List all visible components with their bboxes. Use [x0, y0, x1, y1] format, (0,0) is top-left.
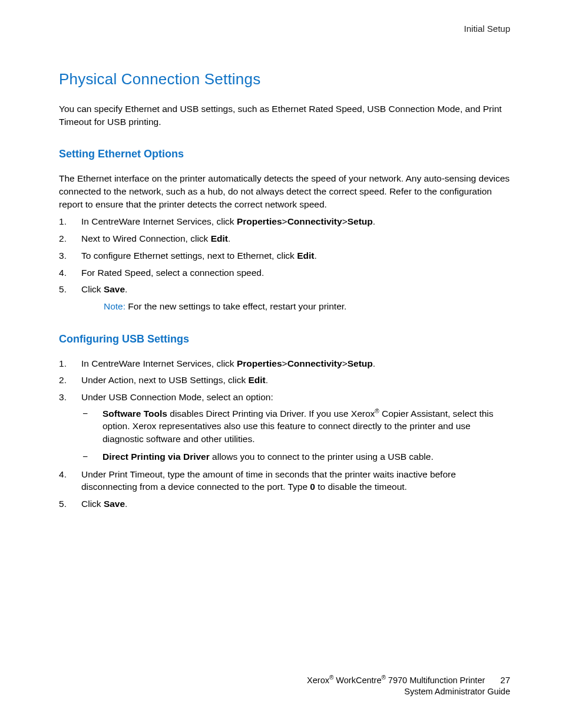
- step-bold: Save: [104, 499, 125, 509]
- page-number: 27: [500, 674, 510, 686]
- list-item: Next to Wired Connection, click Edit.: [59, 232, 510, 245]
- sub-list-item: Direct Printing via Driver allows you to…: [81, 450, 510, 463]
- step-text: .: [125, 284, 127, 294]
- step-text: Under Action, next to USB Settings, clic…: [81, 375, 248, 385]
- list-item: For Rated Speed, select a connection spe…: [59, 266, 510, 279]
- step-text: >: [282, 216, 287, 226]
- step-text: In CentreWare Internet Services, click: [81, 216, 237, 226]
- list-item: Under Print Timeout, type the amount of …: [59, 468, 510, 493]
- step-bold: Connectivity: [287, 358, 342, 368]
- step-bold: Properties: [237, 216, 282, 226]
- list-item: To configure Ethernet settings, next to …: [59, 249, 510, 262]
- step-bold: Setup: [348, 358, 373, 368]
- footer-brand: WorkCentre: [333, 676, 381, 685]
- step-text: Next to Wired Connection, click: [81, 233, 211, 243]
- list-item: In CentreWare Internet Services, click P…: [59, 357, 510, 370]
- step-bold: Connectivity: [287, 216, 342, 226]
- sub-list-item: Software Tools disables Direct Printing …: [81, 407, 510, 446]
- step-text: .: [373, 358, 375, 368]
- step-text: >: [342, 358, 348, 368]
- sub-bold: Software Tools: [103, 409, 167, 419]
- page-title: Physical Connection Settings: [59, 70, 510, 88]
- sub-bold: Direct Printing via Driver: [103, 452, 210, 462]
- list-item: In CentreWare Internet Services, click P…: [59, 215, 510, 228]
- step-text: .: [314, 251, 316, 261]
- note: Note: For the new settings to take effec…: [104, 300, 510, 313]
- breadcrumb: Initial Setup: [59, 24, 510, 34]
- page-footer: Xerox® WorkCentre® 7970 Multifunction Pr…: [307, 674, 510, 697]
- footer-brand: Xerox: [307, 676, 329, 685]
- list-item: Click Save.: [59, 498, 510, 510]
- registered-icon: ®: [381, 674, 385, 681]
- sub-text: allows you to connect to the printer usi…: [210, 452, 434, 462]
- step-text: In CentreWare Internet Services, click: [81, 358, 237, 368]
- step-text: Click: [81, 284, 104, 294]
- step-text: To configure Ethernet settings, next to …: [81, 251, 297, 261]
- step-bold: Properties: [237, 358, 282, 368]
- sub-list: Software Tools disables Direct Printing …: [81, 407, 510, 463]
- step-bold: Setup: [348, 216, 373, 226]
- step-text: >: [282, 358, 287, 368]
- section-para-ethernet: The Ethernet interface on the printer au…: [59, 172, 510, 210]
- step-text: .: [373, 216, 375, 226]
- footer-line1: Xerox® WorkCentre® 7970 Multifunction Pr…: [307, 674, 485, 686]
- list-item: Under USB Connection Mode, select an opt…: [59, 391, 510, 463]
- step-text: .: [228, 233, 230, 243]
- footer-line2: System Administrator Guide: [307, 686, 510, 697]
- step-text: For Rated Speed, select a connection spe…: [81, 268, 264, 278]
- list-item: Under Action, next to USB Settings, clic…: [59, 374, 510, 387]
- note-text: For the new settings to take effect, res…: [125, 301, 346, 311]
- footer-model: 7970 Multifunction Printer: [386, 676, 485, 685]
- step-bold: Save: [104, 284, 125, 294]
- section-heading-ethernet: Setting Ethernet Options: [59, 148, 510, 160]
- step-bold: Edit: [248, 375, 265, 385]
- step-text: >: [342, 216, 348, 226]
- note-label: Note:: [104, 301, 125, 311]
- steps-list-usb: In CentreWare Internet Services, click P…: [59, 357, 510, 510]
- section-heading-usb: Configuring USB Settings: [59, 333, 510, 345]
- step-text: Under USB Connection Mode, select an opt…: [81, 392, 273, 402]
- step-bold: Edit: [297, 251, 314, 261]
- step-bold: Edit: [211, 233, 228, 243]
- sub-text: disables Direct Printing via Driver. If …: [167, 409, 375, 419]
- steps-list-ethernet: In CentreWare Internet Services, click P…: [59, 215, 510, 312]
- step-bold: 0: [310, 482, 315, 492]
- registered-icon: ®: [375, 408, 379, 414]
- step-text: .: [125, 499, 127, 509]
- step-text: to disable the timeout.: [315, 482, 407, 492]
- list-item: Click Save. Note: For the new settings t…: [59, 283, 510, 312]
- step-text: Click: [81, 499, 104, 509]
- step-text: .: [266, 375, 268, 385]
- intro-paragraph: You can specify Ethernet and USB setting…: [59, 103, 510, 128]
